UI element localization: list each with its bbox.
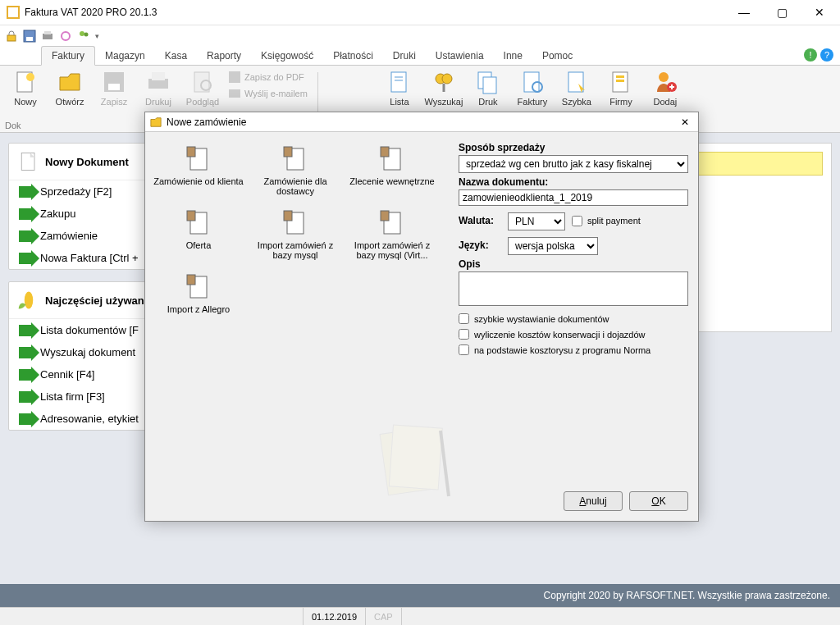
select-jezyk[interactable]: wersja polska	[508, 237, 598, 255]
chk-szybkie[interactable]: szybkie wystawianie dokumentów	[459, 313, 688, 324]
chk-split[interactable]: split payment	[572, 216, 641, 226]
chk-wyliczenie[interactable]: wyliczenie kosztów konserwacji i dojazdó…	[459, 329, 688, 340]
print-icon[interactable]	[41, 30, 54, 43]
minimize-button[interactable]: —	[725, 0, 763, 25]
svg-point-37	[25, 292, 34, 309]
maximize-button[interactable]: ▢	[763, 0, 801, 25]
svg-rect-33	[616, 80, 624, 82]
dialog-close-button[interactable]: ✕	[677, 116, 693, 128]
statusbar: 01.12.2019 CAP	[0, 607, 840, 625]
svg-rect-51	[187, 275, 195, 285]
svg-rect-27	[483, 77, 496, 94]
titlebar: Faktura VAT 2020 PRO 20.1.3 — ▢ ✕	[0, 0, 840, 25]
arrow-icon	[19, 208, 34, 220]
dlg-item-zamowienie-dostawcy[interactable]: Zamówienie dla dostawcy	[247, 144, 344, 196]
select-sposob[interactable]: sprzedaż wg cen brutto jak z kasy fiskal…	[459, 155, 688, 173]
watermark-icon	[367, 406, 465, 504]
rb-zapisz-pdf: Zapisz do PDF	[226, 69, 309, 85]
tab-platnosci[interactable]: Płatności	[323, 47, 383, 65]
qat-dropdown[interactable]: ▾	[95, 32, 99, 40]
arrow-icon	[19, 230, 34, 242]
dialog-title: Nowe zamówienie	[167, 116, 246, 128]
svg-rect-20	[391, 72, 406, 92]
svg-rect-15	[152, 72, 165, 80]
folder-icon	[150, 116, 162, 128]
tab-kasa[interactable]: Kasa	[155, 47, 197, 65]
tab-faktury[interactable]: Faktury	[41, 46, 95, 66]
chk-kosztorys[interactable]: na podstawie kosztorysu z programu Norma	[459, 344, 688, 355]
lbl-sposob: Sposób sprzedaży	[459, 142, 688, 153]
tab-inne[interactable]: Inne	[494, 47, 532, 65]
input-nazwa[interactable]	[459, 189, 688, 206]
svg-rect-1	[8, 7, 18, 17]
svg-rect-45	[187, 211, 195, 221]
dialog-cancel-button[interactable]: Anuluj	[564, 491, 623, 511]
svg-point-24	[442, 74, 452, 84]
svg-point-9	[84, 32, 89, 36]
window-title: Faktura VAT 2020 PRO 20.1.3	[25, 7, 157, 18]
status-date: 01.12.2019	[304, 608, 366, 625]
help-icon[interactable]: ?	[820, 48, 833, 62]
dialog-form: Sposób sprzedaży sprzedaż wg cen brutto …	[449, 132, 698, 521]
ribbon-group-label: Dok	[5, 121, 21, 130]
svg-rect-4	[26, 37, 33, 41]
dlg-item-oferta[interactable]: Oferta	[150, 208, 247, 260]
svg-point-11	[26, 73, 34, 81]
info-icon[interactable]: !	[804, 48, 817, 62]
rb-zapisz: Zapisz	[94, 69, 135, 129]
ribbon-tabs: Faktury Magazyn Kasa Raporty Księgowość …	[0, 46, 840, 66]
dlg-item-zamowienie-klienta[interactable]: Zamówienie od klienta	[150, 144, 247, 196]
quick-access-toolbar: ▾	[0, 25, 840, 46]
tab-magazyn[interactable]: Magazyn	[95, 47, 155, 65]
lbl-opis: Opis	[459, 258, 688, 270]
rb-otworz[interactable]: Otwórz	[49, 69, 90, 129]
dialog-ok-button[interactable]: OK	[629, 491, 688, 511]
arrow-icon	[19, 347, 34, 358]
dialog-titlebar: Nowe zamówienie ✕	[145, 112, 698, 132]
footer: Copyright 2020 by RAFSOFT.NET. Wszystkie…	[0, 584, 840, 607]
svg-point-8	[80, 31, 84, 36]
svg-rect-18	[229, 71, 240, 83]
dlg-item-import-mysql[interactable]: Import zamówień z bazy mysql	[247, 208, 344, 260]
arrow-icon	[19, 413, 34, 425]
tab-pomoc[interactable]: Pomoc	[532, 47, 582, 65]
lbl-waluta: Waluta:	[459, 215, 501, 226]
svg-point-7	[62, 32, 70, 40]
svg-rect-19	[229, 89, 240, 98]
lbl-nazwa: Nazwa dokumentu:	[459, 176, 688, 188]
svg-rect-5	[43, 34, 52, 39]
arrow-icon	[19, 369, 34, 381]
svg-line-54	[441, 431, 449, 496]
lbl-jezyk: Język:	[459, 240, 501, 251]
dlg-item-import-allegro[interactable]: Import z Allegro	[150, 271, 247, 314]
svg-rect-32	[616, 75, 624, 78]
svg-rect-43	[381, 147, 389, 157]
svg-rect-49	[381, 211, 389, 221]
arrow-icon	[19, 325, 34, 336]
svg-rect-39	[187, 147, 195, 157]
svg-rect-53	[389, 425, 442, 490]
lock-icon[interactable]	[5, 30, 18, 43]
save-icon[interactable]	[23, 30, 36, 43]
select-waluta[interactable]: PLN	[508, 212, 565, 230]
tab-ksiegowosc[interactable]: Księgowość	[251, 47, 323, 65]
users-icon[interactable]	[77, 30, 90, 43]
arrow-icon	[19, 391, 34, 403]
svg-rect-41	[284, 147, 292, 157]
tab-ustawienia[interactable]: Ustawienia	[426, 47, 494, 65]
arrow-icon	[19, 186, 34, 198]
svg-point-34	[659, 72, 669, 82]
close-button[interactable]: ✕	[801, 0, 838, 25]
rb-wyslij-email: Wyślij e-mailem	[226, 85, 309, 102]
svg-rect-2	[7, 35, 16, 41]
tab-druki[interactable]: Druki	[383, 47, 426, 65]
document-icon	[17, 150, 40, 173]
dlg-item-import-mysql-virt[interactable]: Import zamówień z bazy mysql (Virt...	[344, 208, 441, 260]
arrow-icon	[19, 253, 34, 264]
svg-rect-47	[284, 211, 292, 221]
dlg-item-zlecenie[interactable]: Zlecenie wewnętrzne	[344, 144, 441, 196]
settings-icon[interactable]	[59, 30, 72, 43]
tab-raporty[interactable]: Raporty	[197, 47, 251, 65]
textarea-opis[interactable]	[459, 271, 688, 306]
status-cap: CAP	[366, 608, 402, 625]
